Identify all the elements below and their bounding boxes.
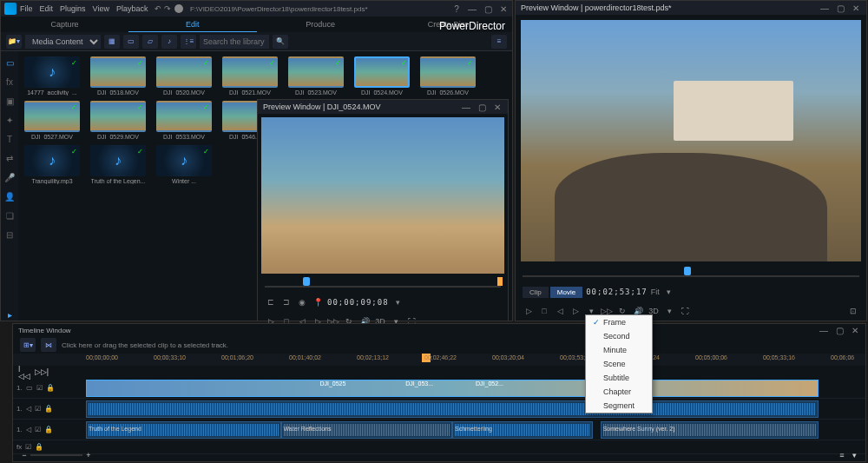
menu-view[interactable]: View [93, 4, 109, 13]
stop-icon[interactable]: □ [538, 305, 550, 317]
close-icon[interactable]: ✕ [850, 326, 860, 335]
preview-movie-viewport[interactable] [521, 20, 861, 261]
filter-image-icon[interactable]: ▱ [142, 35, 158, 49]
audio-clip[interactable]: Water Reflections [281, 421, 453, 439]
media-item[interactable]: ✓DJI_0526.MOV [419, 56, 477, 96]
track-manager-icon[interactable]: ≡ [836, 449, 848, 461]
close-icon[interactable]: ✕ [492, 103, 503, 112]
media-item[interactable]: ✓DJI_0529.MOV [89, 101, 147, 140]
video-track-content[interactable]: 1. Chapter 1 DJI_0525DJI_053...DJI_052..… [86, 379, 865, 398]
dropdown-icon[interactable]: ▾ [392, 296, 404, 308]
timeline-ruler[interactable]: 00;00;00;0000;00;33;1000;01;06;2000;01;4… [13, 354, 865, 366]
prev-marker-icon[interactable]: |◁◁ [18, 366, 30, 378]
search-icon[interactable]: 🔍 [273, 35, 288, 49]
media-thumbnail[interactable]: ♪✓ [24, 145, 80, 176]
media-item[interactable]: ✓DJI_0533.MOV [155, 101, 213, 140]
dropdown-item-minute[interactable]: Minute [586, 343, 652, 357]
prev-frame-icon[interactable]: ◁ [554, 305, 566, 317]
undock-icon[interactable]: ⊡ [847, 305, 859, 317]
tab-capture[interactable]: Capture [1, 17, 128, 32]
menu-playback[interactable]: Playback [116, 4, 148, 13]
fit-select[interactable]: Fit [651, 288, 660, 296]
tab-produce[interactable]: Produce [257, 17, 385, 32]
media-room-icon[interactable]: ▭ [3, 56, 16, 69]
media-item[interactable]: ✓DJI_0521.MOV [221, 56, 279, 96]
snapshot-icon[interactable]: ◉ [296, 296, 308, 308]
view-mode-icon[interactable]: ⋮≡ [181, 35, 196, 49]
preview-movie-scrubber[interactable] [516, 267, 866, 282]
media-item[interactable]: ♪✓Truth of the Legen... [89, 145, 147, 184]
media-content-select[interactable]: Media Content [25, 35, 101, 49]
track-visible-toggle[interactable]: ☑ [35, 405, 41, 413]
menu-plugins[interactable]: Plugins [60, 4, 86, 13]
media-item[interactable]: ✓DJI_0520.MOV [155, 56, 213, 96]
media-thumbnail[interactable]: ✓ [354, 56, 410, 88]
audio-clip[interactable]: Truth of the Legend [86, 421, 281, 439]
voice-room-icon[interactable]: 👤 [3, 190, 16, 202]
track-visible-toggle[interactable]: ☑ [35, 426, 41, 433]
media-thumbnail[interactable]: ♪✓ [24, 56, 80, 88]
particle-room-icon[interactable]: ✦ [3, 114, 16, 126]
music-track-content[interactable]: Truth of the LegendWater ReflectionsSchm… [86, 420, 865, 440]
minimize-icon[interactable]: — [819, 3, 830, 13]
maximize-icon[interactable]: ▢ [477, 103, 487, 112]
insert-button[interactable]: ⊞▾ [20, 338, 36, 352]
media-thumbnail[interactable]: ✓ [90, 101, 146, 132]
media-thumbnail[interactable]: ✓ [156, 101, 212, 132]
link-button[interactable]: ⋈ [41, 338, 56, 352]
chapter-room-icon[interactable]: ❏ [3, 209, 16, 222]
close-icon[interactable]: ✕ [851, 3, 861, 13]
zoom-out-icon[interactable]: − [18, 449, 30, 461]
media-item[interactable]: ♪✓14777_acclivity_... [23, 56, 81, 96]
marker-icon[interactable]: 📍 [312, 296, 324, 308]
track-lock-icon[interactable]: 🔒 [44, 405, 53, 413]
track-video-icon[interactable]: ▭ [26, 384, 33, 392]
collapse-icon[interactable]: ▾ [848, 449, 860, 461]
track-visible-toggle[interactable]: ☑ [36, 384, 43, 392]
preview-clip-scrubber[interactable] [258, 277, 508, 293]
dropdown-item-scene[interactable]: Scene [586, 357, 652, 371]
zoom-in-icon[interactable]: + [82, 449, 95, 461]
media-thumbnail[interactable]: ♪✓ [90, 145, 146, 176]
help-icon[interactable]: ? [451, 4, 462, 14]
audio-clip[interactable]: Somewhere Sunny (ver. 2) [601, 421, 819, 439]
zoom-slider[interactable] [30, 454, 82, 456]
minimize-icon[interactable]: — [819, 326, 829, 335]
maximize-icon[interactable]: ▢ [835, 3, 845, 13]
mark-out-icon[interactable]: ⊐ [280, 296, 293, 308]
audio-room-icon[interactable]: 🎤 [3, 171, 16, 183]
next-frame-icon[interactable]: ▷ [569, 305, 582, 317]
media-thumbnail[interactable]: ✓ [156, 56, 212, 88]
filter-audio-icon[interactable]: ♪ [161, 35, 177, 49]
scrub-handle[interactable] [684, 267, 691, 275]
media-item[interactable]: ✓DJI_0518.MOV [89, 56, 147, 96]
transition-room-icon[interactable]: ⇄ [3, 152, 16, 164]
media-thumbnail[interactable]: ✓ [420, 56, 476, 88]
dropdown-item-subtitle[interactable]: Subtitle [586, 371, 652, 385]
play-icon[interactable]: ▷ [523, 305, 535, 317]
media-thumbnail[interactable]: ✓ [222, 56, 278, 88]
dropdown-item-second[interactable]: Second [586, 329, 652, 343]
subtitle-room-icon[interactable]: ⊟ [3, 228, 16, 241]
mark-in-icon[interactable]: ⊏ [265, 296, 277, 308]
dropdown-item-frame[interactable]: ✓Frame [586, 315, 652, 329]
video-clip-strip[interactable] [86, 380, 819, 397]
preview-clip-viewport[interactable] [261, 117, 504, 274]
filter-all-icon[interactable]: ▦ [104, 35, 120, 49]
filter-video-icon[interactable]: ▭ [123, 35, 139, 49]
movie-mode-button[interactable]: Movie [550, 287, 582, 298]
media-item[interactable]: ♪✓Tranquility.mp3 [23, 145, 81, 184]
close-icon[interactable]: ✕ [498, 4, 509, 14]
search-input[interactable] [200, 35, 269, 49]
scrub-handle[interactable] [303, 277, 310, 286]
import-button[interactable]: 📁▾ [6, 35, 22, 49]
media-thumbnail[interactable]: ✓ [24, 101, 80, 132]
pip-room-icon[interactable]: ▣ [3, 95, 16, 107]
fullscreen-icon[interactable]: ⛶ [679, 305, 691, 317]
track-audio-icon[interactable]: ◁ [26, 426, 31, 433]
audio-track-linked[interactable] [86, 400, 865, 419]
track-lock-icon[interactable]: 🔒 [35, 443, 43, 451]
track-lock-icon[interactable]: 🔒 [46, 384, 55, 392]
tab-edit[interactable]: Edit [128, 17, 256, 32]
expand-icon[interactable]: ▸ [3, 308, 16, 321]
